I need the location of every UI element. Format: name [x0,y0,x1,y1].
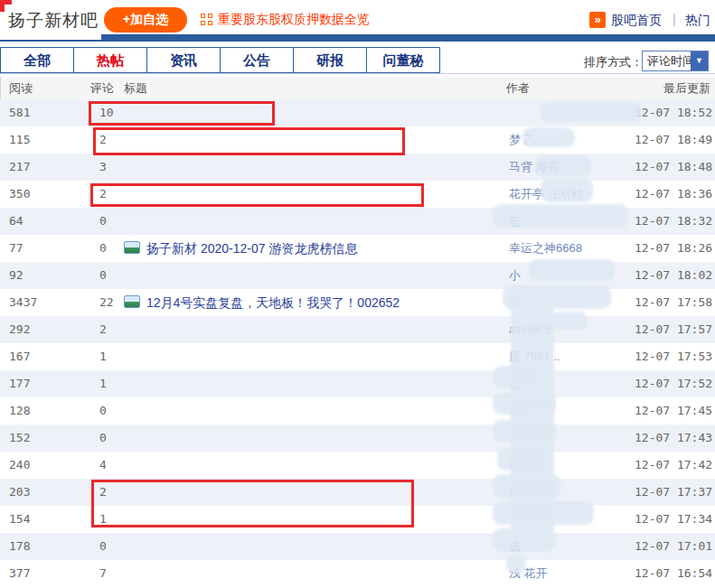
add-watchlist-button[interactable]: +加自选 [104,7,187,33]
author-link[interactable]: 浅 花开 [509,560,634,587]
table-row[interactable]: 377 7 [囧][囧][囧][囧][囧][囧]这过山车坐的 浅 花开 12-0… [0,560,715,587]
comment-count: 1 [99,506,107,533]
tab-news[interactable]: 资讯 [146,47,221,73]
author-link[interactable]: 幸运之神6668 [509,235,634,262]
hot-link[interactable]: 热门 [685,13,715,29]
column-header-author: 作者 [506,77,530,99]
read-count: 3437 [9,289,37,316]
page-title: 扬子新材吧 [8,9,99,33]
comment-count: 0 [99,533,107,560]
last-update-time: 12-07 17:53 [635,343,712,370]
comment-count: 2 [99,181,107,208]
table-row[interactable]: 177 1 搞不懂瑞鹤仙为啥核按钮不亏钱？ 动 12-07 17:52 [0,370,715,397]
last-update-time: 12-07 18:52 [635,99,712,126]
table-row[interactable]: 154 1 直接sT看看这两天的量。还想出来？没睡醒吧。 12-07 17:34 [0,506,715,533]
guba-home-link[interactable]: 股吧首页 [611,13,662,29]
comment-count: 22 [99,289,114,316]
picture-icon [124,295,140,308]
last-update-time: 12-07 17:45 [635,397,712,425]
chevron-down-icon[interactable]: ▼ [691,51,708,70]
last-update-time: 12-07 17:57 [635,316,712,343]
read-count: 203 [9,479,30,506]
tab-all[interactable]: 全部 [0,47,74,73]
sort-dropdown-value: 评论时间 [647,51,694,70]
table-row[interactable]: 203 2 你大爷的，明天还跌停。今天瑞仙鹤砸的。 EF 12-07 17:37 [0,479,715,506]
table-row[interactable]: 115 2 这庄性格急啊。。。一下子上去一下子下来 梦 乙 12-07 18:4… [0,126,715,154]
last-update-time: 12-07 18:26 [635,235,712,262]
author-link[interactable]: 小 [509,262,634,289]
last-update-time: 12-07 17:52 [635,370,712,397]
read-count: 217 [9,154,30,181]
comment-count: 2 [99,479,107,506]
table-row[interactable]: 92 0 还加了个自选打算买呢开盘他么跌停了 小 12-07 18:02 [0,262,715,289]
column-header-title: 标题 [124,77,147,99]
table-row[interactable]: 77 0 扬子新材 2020-12-07 游资龙虎榜信息 幸运之神6668 12… [0,235,715,262]
last-update-time: 12-07 18:02 [635,262,712,289]
last-update-time: 12-07 18:36 [635,181,712,208]
author-link[interactable]: 79 1... [509,425,634,452]
read-count: 154 [9,506,30,533]
read-count: 178 [9,533,30,560]
pledge-data-link[interactable]: 重要股东股权质押数据全览 [218,12,370,28]
comment-count: 10 [99,99,114,126]
author-link[interactable]: 马背 海哥 [509,154,634,181]
table-row[interactable]: 3437 22 12月4号实盘复盘，天地板！我哭了！002652 拾 12-07… [0,289,715,316]
comment-count: 3 [99,154,107,181]
author-link[interactable]: 796 . [509,397,634,425]
grid-icon [201,14,212,25]
table-row[interactable]: 167 1 卖一卖二都是星期五进去的今天砸盘割肉跑，还有半仓 股 7981...… [0,343,715,370]
table-row[interactable]: 178 0 扬子新材年后必ST 波 12-07 17:01 [0,533,715,560]
author-link[interactable]: 股 7981... [509,343,634,370]
last-update-time: 12-07 16:54 [635,560,712,587]
author-link[interactable]: 欧阳锋 [509,452,634,479]
last-update-time: 12-07 18:32 [635,208,712,235]
stock-forum-page: 扬子新材吧 +加自选 重要股东股权质押数据全览 » 股吧首页 | 热门 全部热帖… [0,0,715,588]
last-update-time: 12-07 17:34 [635,506,712,533]
last-update-time: 12-07 18:48 [635,154,712,181]
table-row[interactable]: 581 10 各种庄股千万别碰 12-07 18:52 [0,99,715,126]
author-link[interactable]: 波 [509,533,634,560]
tab-hot-posts[interactable]: 热帖 [73,47,147,73]
comment-count: 2 [99,316,107,343]
tab-announcements[interactable]: 公告 [220,47,294,73]
author-link[interactable]: 梦 乙 [509,126,634,154]
read-count: 377 [9,560,30,587]
post-title-text: 扬子新材 2020-12-07 游资龙虎榜信息 [146,235,357,262]
comment-count: 2 [99,126,107,154]
header-divider: | [673,12,676,26]
table-row[interactable]: 64 0 已挂跌停，周五4.54买的，没想到今天直接出不去 志 12-07 18… [0,208,715,235]
author-link[interactable]: 动 [509,370,634,397]
comment-count: 0 [99,262,107,289]
table-row[interactable]: 350 2 竞价前挂单跌停，下午2点多出的，庄家那100手的 花开亭 江别鹤 1… [0,181,715,208]
tab-strip: 全部热帖资讯公告研报问董秘 [0,47,439,73]
table-row[interactable]: 240 4 企业亏损，股票拉高后，然后减持提现....今年盈 欧阳锋 12-07… [0,452,715,479]
author-link[interactable]: 拾 [509,289,634,316]
tab-research-reports[interactable]: 研报 [293,47,367,73]
read-count: 581 [9,99,30,126]
post-title-link[interactable]: 12月4号实盘复盘，天地板！我哭了！002652 [124,289,502,316]
table-row[interactable]: 292 2 看看郑州煤电，华资实业，明天知道怎么做了吧 aze68 5 12-0… [0,316,715,343]
tab-ask-secretary[interactable]: 问董秘 [366,47,440,73]
corner-mark [0,0,12,12]
table-row[interactable]: 152 0 瑞仙鹤割肉跑的连夜坐的动车走的 79 1... 12-07 17:4… [0,425,715,452]
post-list: 581 10 各种庄股千万别碰 12-07 18:52 115 2 这庄性格急啊… [0,99,715,587]
read-count: 64 [9,208,24,235]
table-row[interactable]: 128 0 瑞仙鹤还有700多万没跑出来明天继续核炸弹 796 . 12-07 … [0,397,715,425]
read-count: 350 [9,181,30,208]
comment-count: 0 [99,397,107,425]
author-link[interactable]: 志 [509,208,634,235]
read-count: 177 [9,370,30,397]
post-title-link[interactable]: 扬子新材 2020-12-07 游资龙虎榜信息 [124,235,502,262]
read-count: 77 [9,235,24,262]
author-link[interactable]: EF [509,479,634,506]
sort-dropdown[interactable]: 评论时间 ▼ [642,51,709,71]
comment-count: 1 [99,370,107,397]
last-update-time: 12-07 17:58 [635,289,712,316]
author-link[interactable]: 花开亭 江别鹤 [509,181,634,208]
read-count: 128 [9,397,30,425]
header-rule-thin [0,40,715,42]
comment-count: 1 [99,343,107,370]
read-count: 152 [9,425,30,452]
author-link[interactable]: aze68 5 [509,316,634,343]
table-row[interactable]: 217 3 开始对倒了注意你们的筹码马上要交出来 马背 海哥 12-07 18:… [0,154,715,181]
